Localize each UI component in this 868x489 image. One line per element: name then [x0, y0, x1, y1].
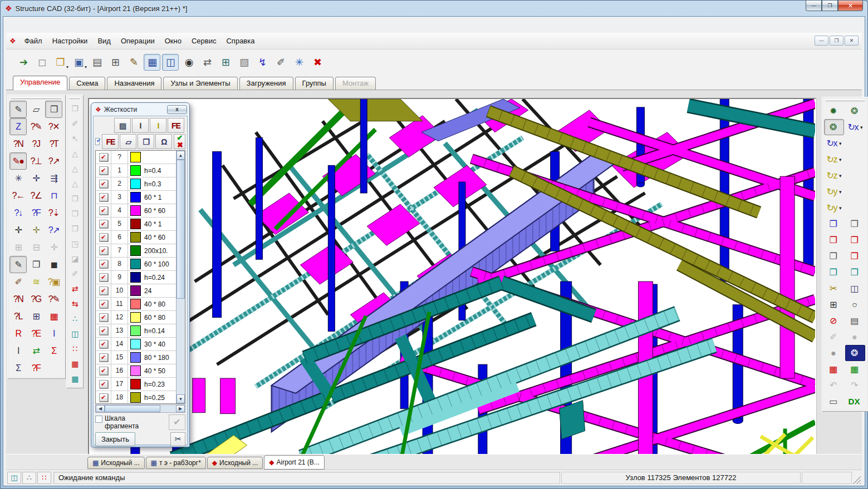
copy-props-icon[interactable]: ?▣	[45, 273, 62, 290]
color-swatch[interactable]	[130, 152, 141, 162]
ibeam-blue-icon[interactable]: I	[45, 325, 62, 342]
sphere-disabled-icon[interactable]: ●	[845, 329, 865, 345]
mode-tab[interactable]: Монтаж	[335, 77, 376, 90]
row-checkbox[interactable]: ✔	[99, 166, 108, 175]
stiffness-row[interactable]: ✔ ?	[96, 151, 176, 164]
cube-wire-icon[interactable]: ❐	[27, 256, 45, 273]
mdi-restore-button[interactable]: ❐	[830, 36, 844, 46]
draw-marked-icon[interactable]: ✎●	[9, 152, 27, 170]
green-arrows-icon[interactable]: ⇄	[27, 342, 45, 359]
color-swatch[interactable]	[130, 245, 141, 256]
mdi-close-button[interactable]: ✕	[845, 36, 859, 46]
menu-item[interactable]: Операции	[116, 34, 160, 47]
menu-item[interactable]: Справка	[221, 34, 259, 47]
dx-export-icon[interactable]: DX	[845, 393, 865, 409]
lamp-icon[interactable]: ◼	[45, 256, 62, 273]
rotate-y-icon[interactable]: ↻y ▾	[824, 184, 844, 200]
color-swatch[interactable]	[130, 205, 141, 216]
resize-grip[interactable]	[853, 476, 861, 484]
stiffness-row[interactable]: ✔ 10 24	[96, 284, 176, 298]
color-swatch[interactable]	[130, 285, 141, 296]
profile1-icon[interactable]: △	[68, 146, 82, 161]
type-numbers-icon[interactable]: ?T	[45, 135, 62, 152]
title-bar[interactable]: ❖ Structure CAD (32-бит) - [Airport 21 (…	[1, 1, 867, 16]
stiffness-row[interactable]: ✔ 11 40 * 80	[96, 298, 176, 311]
draw-solid-icon[interactable]: ❐	[45, 101, 62, 118]
row-checkbox[interactable]: ✔	[99, 220, 108, 228]
stiffness-row[interactable]: ✔ 12 60 * 80	[96, 311, 176, 324]
row-checkbox[interactable]: ✔	[99, 300, 108, 308]
rotate-x2-icon[interactable]: ↻x ▾	[824, 135, 844, 151]
vertical-scrollbar[interactable]: ▲ ▼	[176, 151, 185, 403]
grid-points-icon[interactable]: ✛	[45, 239, 62, 256]
documentation-icon[interactable]: ✐	[272, 54, 289, 71]
stiffness-row[interactable]: ✔ 6 40 * 60	[96, 231, 176, 244]
fragment-apply-button[interactable]: ✔	[169, 414, 185, 430]
mode-tab[interactable]: Группы	[295, 77, 334, 90]
color-swatch[interactable]	[130, 259, 141, 269]
apply-cancel-button[interactable]: ✔ ✖	[174, 134, 185, 149]
red-grid-icon[interactable]: ▦	[45, 308, 62, 325]
scroll-right-arrow[interactable]: ▶	[176, 405, 185, 412]
stiffness-row[interactable]: ✔ 15 80 * 180	[96, 351, 176, 364]
multi-window-icon[interactable]: ◫	[845, 280, 865, 297]
dialog-close-button[interactable]: x	[167, 105, 187, 114]
horizontal-scrollbar[interactable]: ◀ ▶	[95, 404, 185, 413]
redo-icon[interactable]: ↷	[845, 377, 865, 393]
solid-type-icon[interactable]: ❐	[138, 134, 154, 149]
color-swatch[interactable]	[130, 299, 141, 309]
color-swatch[interactable]	[130, 365, 141, 376]
scroll-up-arrow[interactable]: ▲	[176, 151, 185, 160]
row-checkbox[interactable]: ✔	[99, 313, 108, 322]
scrollbar-thumb[interactable]	[105, 405, 160, 412]
nodal-load-icon[interactable]: ?↓	[9, 204, 27, 221]
pencil-group-icon[interactable]: ?✎	[45, 290, 62, 308]
grid-copy-icon[interactable]: ⊟	[27, 239, 45, 256]
color-swatch[interactable]	[130, 165, 141, 176]
node-shift-icon[interactable]: ?↗	[45, 152, 62, 170]
axes-node-icon[interactable]: ✛	[27, 170, 45, 187]
cube-arrow-icon[interactable]: ❐	[845, 216, 865, 232]
stiffness-row[interactable]: ✔ 5 40 * 1	[96, 218, 176, 231]
row-checkbox[interactable]: ✔	[99, 287, 108, 295]
mirror-icon[interactable]: ◫	[68, 326, 82, 341]
cube2-icon[interactable]: ❐	[68, 206, 82, 221]
supports-query-icon[interactable]: ?⊥	[27, 152, 45, 170]
save-project-icon[interactable]: ▣ ▾	[70, 54, 87, 71]
color-swatch[interactable]	[130, 312, 141, 323]
compass-icon[interactable]: ❂	[845, 345, 865, 361]
cube-cyan-icon[interactable]: ❐	[824, 264, 844, 280]
brush2-icon[interactable]: ✐	[68, 266, 82, 281]
delete-results-icon[interactable]: ✖	[309, 54, 326, 71]
stiffness-row[interactable]: ✔ 16 40 * 50	[96, 364, 176, 378]
small-nodes-icon[interactable]: ∴	[68, 311, 82, 326]
element-numbers-icon[interactable]: ?N	[9, 135, 27, 152]
spring-support-icon[interactable]: Z	[9, 118, 27, 135]
row-checkbox[interactable]: ✔	[99, 153, 108, 161]
stiffness-row[interactable]: ✔ 13 h=0.14	[96, 324, 176, 338]
row-checkbox[interactable]: ✔	[99, 367, 108, 375]
calculation-icon[interactable]: ↯	[254, 54, 271, 71]
color-swatch[interactable]	[130, 352, 141, 363]
dialog-title-bar[interactable]: ❖ Жесткости x	[91, 103, 189, 116]
row-checkbox[interactable]: ✔	[99, 193, 108, 201]
color-swatch[interactable]	[130, 392, 141, 403]
cube5-icon[interactable]: ◪	[68, 251, 82, 266]
group-table-icon[interactable]: ▦	[68, 356, 82, 371]
print-icon[interactable]: ▤	[89, 54, 105, 71]
cube-cyan-sel-icon[interactable]: ❐	[845, 264, 865, 280]
select-mode-icon[interactable]: ✎	[125, 54, 142, 71]
model-view-icon[interactable]: ◫	[162, 54, 179, 71]
stiffness-row[interactable]: ✔ 3 60 * 1	[96, 191, 176, 204]
l-query-icon[interactable]: ?L	[9, 308, 27, 325]
draw-bar-icon[interactable]: ✎	[9, 101, 27, 118]
row-checkbox[interactable]: ✔	[99, 353, 108, 362]
cursor-icon[interactable]: ↖	[68, 131, 82, 146]
toolbar-grip[interactable]	[70, 97, 80, 99]
row-checkbox[interactable]: ✔	[99, 180, 108, 188]
draw-plate-icon[interactable]: ▱	[27, 101, 45, 118]
mdi-minimize-button[interactable]: —	[815, 36, 828, 46]
zoom-off-icon[interactable]: ⊘	[824, 313, 844, 329]
wireframe-icon[interactable]: ⊞	[824, 297, 844, 313]
sphere-icon[interactable]: ●	[824, 345, 844, 361]
